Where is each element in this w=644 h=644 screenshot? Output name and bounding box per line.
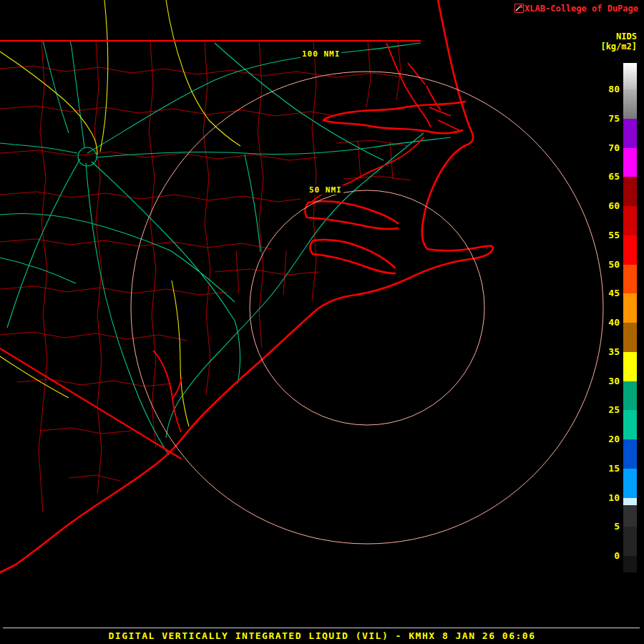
colorbar-cell: [623, 469, 637, 498]
map-canvas: [0, 0, 644, 644]
product-code-label: NIDS: [600, 31, 637, 42]
neuse-river-shore: [310, 240, 395, 273]
range-label-50nmi: 50 NMI: [308, 185, 343, 195]
colorbar-tick-label: 80: [592, 83, 620, 96]
colorbar: [623, 63, 637, 572]
colorbar-tick-label: 5: [592, 520, 620, 533]
colorbar-cell: [623, 381, 637, 411]
colorbar-cell: [623, 323, 637, 352]
albemarle-sound-shore: [323, 102, 465, 133]
colorbar-cell: [623, 505, 637, 527]
colorbar-cell: [623, 177, 637, 206]
colorbar-cell: [623, 410, 637, 439]
pamlico-river-shore: [305, 201, 398, 229]
range-label-100nmi: 100 NMI: [301, 49, 341, 59]
range-rings-layer: [131, 72, 603, 544]
colorbar-tick-label: 60: [592, 200, 620, 213]
units-label: [kg/m2]: [600, 42, 637, 52]
colorbar-tick-label: 25: [592, 404, 620, 416]
colorbar-tick-label: 75: [592, 112, 620, 125]
range-ring-50nmi: [250, 190, 484, 425]
colorbar-cell: [623, 293, 637, 323]
colorbar-tick-label: 0: [592, 550, 620, 562]
colorbar-tick-label: 10: [592, 492, 620, 504]
colorbar-cell: [623, 148, 637, 177]
range-ring-100nmi: [131, 72, 603, 544]
coastal-islands: [408, 63, 459, 130]
colorbar-cell: [623, 556, 637, 572]
colorbar-ticks: 80757065605550454035302520151050: [592, 63, 620, 572]
beltway-ring: [78, 147, 97, 166]
roads-layer: [0, 0, 451, 455]
units-block: NIDS [kg/m2]: [600, 31, 637, 52]
colorbar-tick-label: 55: [592, 229, 620, 242]
colorbar-tick-label: 35: [592, 346, 620, 358]
coastline-layer: [0, 0, 493, 572]
colorbar-cell: [623, 63, 637, 89]
colorbar-tick-label: 70: [592, 142, 620, 155]
colorbar-cell: [623, 498, 637, 505]
colorbar-cell: [623, 119, 637, 148]
ocean-coastline: [0, 0, 493, 572]
colorbar-tick-label: 15: [592, 462, 620, 475]
state-borders-layer: [0, 41, 421, 459]
currituck-sound-shore: [386, 43, 431, 127]
radar-display: 100 NMI 50 NMI NEXLAB-College of DuPage …: [0, 0, 644, 644]
colorbar-cell: [623, 527, 637, 556]
colorbar-cell: [623, 352, 637, 381]
colorbar-cell: [623, 235, 637, 265]
colorbar-tick-label: 45: [592, 287, 620, 300]
colorbar-tick-label: 20: [592, 433, 620, 446]
footer-divider: [3, 628, 640, 628]
colorbar-cell: [623, 439, 637, 469]
colorbar-tick-label: 50: [592, 258, 620, 271]
south-carolina-border-line: [0, 348, 181, 459]
colorbar-cell: [623, 265, 637, 294]
cape-fear-river: [153, 351, 182, 432]
cod-logo-icon: [514, 4, 524, 13]
colorbar-cell: [623, 89, 637, 119]
colorbar-cell: [623, 206, 637, 235]
brand-text: NEXLAB-College of DuPage: [514, 4, 638, 14]
colorbar-tick-label: 30: [592, 375, 620, 388]
colorbar-tick-label: 65: [592, 170, 620, 183]
product-title: DIGITAL VERTICALLY INTEGRATED LIQUID (VI…: [0, 630, 644, 641]
colorbar-tick-label: 40: [592, 316, 620, 329]
brand: NEXLAB-College of DuPage: [514, 4, 638, 14]
